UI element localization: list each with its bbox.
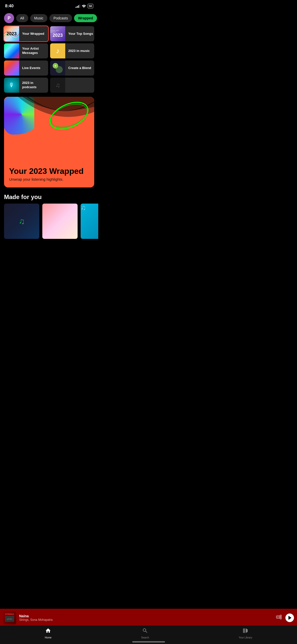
banner-title: Your 2023 Wrapped <box>9 167 89 176</box>
wrapped-banner[interactable]: Your 2023 Wrapped Unwrap your listening … <box>4 97 94 187</box>
svg-point-1 <box>48 100 90 132</box>
playlist-card-1[interactable]: ♫ <box>4 204 39 240</box>
podcast-icon: 🎙 <box>9 82 14 88</box>
wifi-icon <box>82 4 86 8</box>
playlist-card-3[interactable]: ♫ <box>81 204 98 240</box>
live-events-thumb <box>4 60 19 76</box>
create-blend-thumb: + <box>50 60 65 76</box>
signal-icon <box>76 4 80 8</box>
2023-podcasts-thumb: 🎙 <box>4 78 19 93</box>
grid-item-label-artist-messages: Your Artist Messages <box>22 47 48 55</box>
your-wrapped-thumb: 2023 <box>4 26 19 41</box>
grid-item-label-2023-music: 2023 in music <box>68 49 90 53</box>
user-avatar[interactable]: P <box>4 13 14 23</box>
banner-art-area <box>4 97 94 147</box>
filter-bar: P All Music Podcasts Wrapped <box>0 11 98 26</box>
status-icons: 58 <box>76 4 93 8</box>
filter-chip-wrapped[interactable]: Wrapped <box>74 14 97 22</box>
playlist-thumb-2 <box>42 204 78 239</box>
filter-chip-podcasts[interactable]: Podcasts <box>49 14 72 22</box>
banner-subtitle: Unwrap your listening highlights. <box>9 177 89 181</box>
playlist-thumb-3: ♫ <box>81 204 98 239</box>
empty-music-icon: ♫ <box>55 82 60 89</box>
music-note-icon: ♪ <box>56 47 59 55</box>
grid-item-2023-music[interactable]: ♪ 2023 in music <box>50 43 94 58</box>
blend-circles-icon: + <box>53 63 63 73</box>
grid-item-empty: ♫ <box>50 78 94 93</box>
grid-section: 2023 Your Wrapped Your Top Songs 2023 Yo… <box>0 26 98 93</box>
grid-item-live-events[interactable]: Live Events <box>4 60 48 76</box>
2023-music-thumb: ♪ <box>50 43 65 58</box>
made-for-you-title: Made for you <box>0 194 98 201</box>
artist-messages-thumb <box>4 43 19 58</box>
made-for-you-scroll: ♫ ♫ <box>0 204 98 240</box>
svg-point-0 <box>46 99 92 132</box>
grid-item-top-songs[interactable]: Your Top Songs 2023 Your Top Songs <box>50 26 94 41</box>
grid-item-artist-messages[interactable]: Your Artist Messages <box>4 43 48 58</box>
playlist-thumb-1: ♫ <box>4 204 39 239</box>
playlist-card-2[interactable] <box>42 204 78 240</box>
banner-scribble-svg <box>36 99 94 132</box>
grid-item-your-wrapped[interactable]: 2023 Your Wrapped <box>4 26 48 41</box>
grid-item-2023-podcasts[interactable]: 🎙 2023 in podcasts <box>4 78 48 93</box>
status-bar: 8:40 58 <box>0 0 98 11</box>
banner-text-area: Your 2023 Wrapped Unwrap your listening … <box>4 162 94 187</box>
empty-thumb: ♫ <box>50 78 65 93</box>
top-songs-thumb: Your Top Songs 2023 <box>50 26 65 41</box>
filter-chip-all[interactable]: All <box>16 14 28 22</box>
battery-icon: 58 <box>88 4 93 8</box>
grid-item-create-blend[interactable]: + Create a Blend <box>50 60 94 76</box>
grid-item-label-create-blend: Create a Blend <box>68 66 91 70</box>
status-time: 8:40 <box>5 4 14 9</box>
grid-item-label-top-songs: Your Top Songs <box>68 32 93 36</box>
grid-item-label-your-wrapped: Your Wrapped <box>22 32 44 36</box>
grid-item-label-live-events: Live Events <box>22 66 40 70</box>
grid-item-label-2023-podcasts: 2023 in podcasts <box>22 81 48 89</box>
filter-chip-music[interactable]: Music <box>30 14 48 22</box>
